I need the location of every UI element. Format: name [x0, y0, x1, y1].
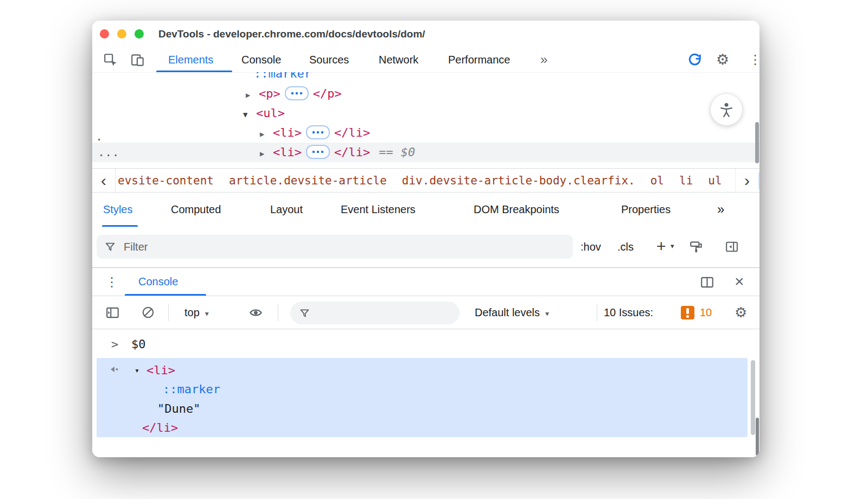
paint-roller-icon[interactable]	[689, 240, 703, 256]
tree-row-ul[interactable]: ▼<ul>	[243, 104, 285, 123]
result-li-close-tag[interactable]: </li>	[142, 419, 178, 437]
breadcrumb-item-div-body[interactable]: div.devsite-article-body.clearfix.	[402, 174, 635, 187]
drawer-kebab-menu-icon[interactable]: ⋮	[105, 268, 118, 296]
levels-label: Default levels	[475, 306, 540, 318]
split-panel-icon[interactable]	[700, 275, 714, 292]
toggle-class-button[interactable]: .cls	[617, 227, 634, 267]
tab-styles[interactable]: Styles	[103, 193, 132, 226]
breadcrumb-item-ol[interactable]: ol	[650, 174, 664, 187]
issues-label[interactable]: 10 Issues:	[604, 296, 653, 329]
refresh-icon[interactable]	[687, 52, 703, 69]
issues-count[interactable]: 10	[700, 296, 712, 329]
close-window-button[interactable]	[100, 29, 109, 39]
breadcrumb-item-ul[interactable]: ul	[708, 174, 722, 187]
tab-network[interactable]: Network	[379, 48, 418, 72]
clear-console-icon[interactable]	[141, 305, 155, 322]
tab-dom-breakpoints[interactable]: DOM Breakpoints	[474, 193, 559, 226]
tab-performance[interactable]: Performance	[448, 48, 510, 72]
ul-open-tag[interactable]: <ul>	[256, 106, 285, 120]
accessibility-icon	[718, 101, 735, 118]
styles-filter-input[interactable]	[123, 240, 565, 254]
styles-filter-row: :hov .cls + ▾	[92, 227, 760, 267]
styles-filter-field[interactable]	[97, 235, 573, 259]
console-settings-gear-icon[interactable]: ⚙	[735, 296, 747, 329]
console-filter-input[interactable]	[316, 306, 451, 319]
tab-layout[interactable]: Layout	[270, 193, 303, 226]
console-filter-field[interactable]	[290, 302, 459, 324]
zoom-window-button[interactable]	[135, 29, 144, 39]
issues-icon-bar	[686, 308, 689, 314]
accessibility-overlay-button[interactable]	[710, 93, 743, 126]
inspect-element-icon[interactable]	[103, 53, 118, 70]
p-open-tag[interactable]: <p>	[259, 87, 280, 100]
dollar-zero-annotation: $0	[401, 145, 416, 159]
console-prompt-chevron-icon: >	[111, 335, 118, 354]
breadcrumb-scroll-left-icon[interactable]: ‹	[92, 169, 116, 192]
console-scrollbar-thumb[interactable]	[751, 360, 755, 435]
li-open-tag[interactable]: <li>	[273, 145, 302, 159]
execution-context-selector[interactable]: top▾	[184, 296, 209, 330]
toolbar-divider	[168, 304, 169, 321]
breadcrumb-item-li[interactable]: li	[679, 174, 693, 187]
device-toolbar-icon[interactable]	[130, 53, 145, 70]
tree-row-marker[interactable]: ::marker	[254, 72, 311, 84]
dom-scrollbar-thumb[interactable]	[755, 122, 759, 163]
elements-dom-tree: ::marker ▶<p></p> ▼<ul> ▶<li></li> . ...…	[92, 72, 760, 168]
tab-sources[interactable]: Sources	[309, 48, 349, 72]
inline-expand-button[interactable]	[285, 86, 309, 100]
settings-gear-icon[interactable]: ⚙	[716, 48, 729, 72]
inline-expand-button[interactable]	[306, 145, 330, 159]
more-style-tabs-icon[interactable]: »	[717, 193, 724, 226]
new-style-rule-caret-icon[interactable]: ▾	[671, 242, 674, 250]
tab-properties[interactable]: Properties	[621, 193, 671, 226]
breadcrumb-list: evsite-content article.devsite-article d…	[116, 172, 760, 189]
toolbar-divider	[278, 304, 278, 321]
console-result-block[interactable]: ▾ <li> ::marker "Dune" </li>	[97, 358, 748, 437]
kebab-menu-icon[interactable]: ⋮	[749, 48, 760, 72]
inline-expand-button[interactable]	[306, 125, 330, 139]
more-tabs-icon[interactable]: »	[540, 48, 547, 72]
collapse-result-icon[interactable]: ▾	[135, 361, 139, 380]
close-drawer-icon[interactable]: ×	[735, 268, 744, 295]
equals-sign: ==	[379, 145, 393, 159]
result-li-open-tag[interactable]: <li>	[146, 361, 175, 380]
context-label: top	[184, 306, 200, 318]
li-open-tag[interactable]: <li>	[273, 126, 302, 139]
minimize-window-button[interactable]	[117, 29, 126, 39]
collapse-arrow-icon[interactable]: ▼	[243, 105, 256, 124]
chevron-down-icon: ▾	[545, 309, 549, 318]
result-marker-pseudo[interactable]: ::marker	[163, 380, 220, 399]
issues-icon[interactable]	[681, 306, 694, 319]
toggle-hover-state-button[interactable]: :hov	[580, 227, 601, 267]
expand-arrow-icon[interactable]: ▶	[246, 85, 259, 105]
tab-computed[interactable]: Computed	[171, 193, 221, 226]
console-sidebar-icon[interactable]	[105, 305, 120, 322]
dock-sidebar-icon[interactable]	[725, 240, 739, 256]
breadcrumb-item-article[interactable]: article.devsite-article	[229, 174, 387, 187]
breadcrumb-item-devsite-content[interactable]: evsite-content	[118, 174, 214, 187]
expand-arrow-icon[interactable]: ▶	[260, 124, 273, 144]
filter-funnel-icon	[299, 308, 310, 319]
tab-elements[interactable]: Elements	[168, 48, 213, 72]
window-scrollbar-thumb[interactable]	[756, 418, 759, 456]
p-close-tag[interactable]: </p>	[313, 87, 342, 100]
breadcrumb-scroll-right-icon[interactable]: ›	[735, 169, 758, 192]
console-output: > $0 ▾ <li> ::marker "Dune" </li>	[92, 329, 760, 457]
tab-event-listeners[interactable]: Event Listeners	[341, 193, 416, 226]
new-style-rule-button[interactable]: +	[656, 227, 666, 266]
log-levels-selector[interactable]: Default levels▾	[475, 296, 549, 330]
li-close-tag[interactable]: </li>	[334, 126, 370, 139]
chevron-down-icon: ▾	[205, 309, 209, 318]
result-text-node[interactable]: "Dune"	[157, 400, 200, 418]
expand-arrow-icon[interactable]: ▶	[260, 144, 273, 163]
pseudo-marker-node[interactable]: ::marker	[254, 72, 311, 80]
live-expression-eye-icon[interactable]	[248, 305, 263, 322]
tree-row-li-1[interactable]: ▶<li></li>	[260, 123, 370, 143]
drawer-tab-console[interactable]: Console	[138, 268, 178, 296]
title-bar: DevTools - developer.chrome.com/docs/dev…	[92, 21, 760, 48]
tab-console[interactable]: Console	[241, 48, 281, 72]
li-close-tag[interactable]: </li>	[334, 145, 370, 159]
tree-row-p[interactable]: ▶<p></p>	[246, 84, 342, 104]
tree-row-li-selected[interactable]: ▶<li></li>==$0	[260, 143, 415, 162]
breadcrumb: ‹ evsite-content article.devsite-article…	[92, 168, 760, 193]
